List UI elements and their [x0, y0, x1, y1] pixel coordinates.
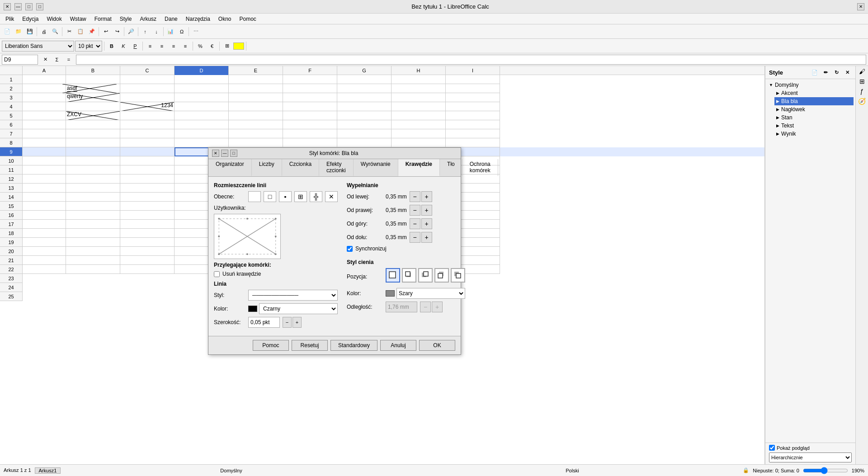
cut-btn[interactable]: ✂: [64, 26, 75, 37]
window-restore-btn[interactable]: □: [25, 3, 33, 10]
find-btn[interactable]: 🔎: [126, 26, 137, 37]
tab-tlo[interactable]: Tło: [440, 159, 462, 176]
sidebar-navigator-icon[interactable]: 🧭: [858, 98, 866, 105]
shadow-pos-tl-btn[interactable]: [451, 268, 465, 283]
kolor-select[interactable]: Czarny: [259, 303, 338, 314]
od-dolu-increase-btn[interactable]: +: [421, 232, 432, 243]
window-close-right-btn[interactable]: ✕: [857, 3, 864, 10]
align-right-btn[interactable]: ≡: [168, 41, 179, 52]
od-prawej-increase-btn[interactable]: +: [421, 205, 432, 216]
underline-btn[interactable]: P: [130, 41, 141, 52]
shadow-pos-tr-btn[interactable]: [434, 268, 449, 283]
menu-plik[interactable]: Plik: [2, 15, 18, 23]
border-thick-btn[interactable]: ▪: [279, 191, 292, 202]
border-thick-box-btn[interactable]: ╬: [310, 191, 322, 202]
special-char-btn[interactable]: Ω: [176, 26, 187, 37]
open-btn[interactable]: 📁: [13, 26, 24, 37]
ok-button[interactable]: OK: [419, 340, 455, 351]
shadow-odleglosc-decrease-btn[interactable]: −: [420, 302, 431, 312]
dialog-close-btn[interactable]: ✕: [212, 150, 219, 157]
menu-format[interactable]: Format: [91, 15, 115, 23]
tab-efekty[interactable]: Efekty czcionki: [319, 159, 354, 176]
shadow-pos-br-btn[interactable]: [402, 268, 416, 283]
print-btn[interactable]: 🖨: [38, 26, 49, 37]
shadow-pos-bl-btn[interactable]: [418, 268, 433, 283]
synchronizuj-checkbox[interactable]: [347, 246, 353, 252]
hierarchy-select[interactable]: Hierarchicznie: [769, 452, 852, 462]
redo-btn[interactable]: ↪: [112, 26, 123, 37]
zoom-slider[interactable]: [803, 467, 848, 474]
sidebar-properties-icon[interactable]: ⊞: [859, 78, 865, 85]
tab-wyrownanie[interactable]: Wyrównanie: [354, 159, 398, 176]
font-size-select[interactable]: 10 pkt: [75, 41, 102, 52]
paste-btn[interactable]: 📌: [86, 26, 97, 37]
anuluj-button[interactable]: Anuluj: [380, 340, 416, 351]
border-left-right-btn[interactable]: ⊞: [294, 191, 307, 202]
sidebar-item-wynik[interactable]: ▶ Wynik: [774, 130, 854, 138]
od-lewej-decrease-btn[interactable]: −: [410, 191, 420, 202]
tab-organizator[interactable]: Organizator: [208, 159, 252, 176]
shadow-kolor-select[interactable]: Szary: [396, 288, 465, 299]
borders-btn[interactable]: ⊞: [222, 41, 232, 52]
sidebar-item-akcent[interactable]: ▶ Akcent: [774, 89, 854, 97]
border-box-btn[interactable]: □: [264, 191, 276, 202]
menu-okno[interactable]: Okno: [215, 15, 235, 23]
formula-input[interactable]: [76, 55, 866, 65]
bg-color-btn[interactable]: [233, 42, 244, 50]
align-left-btn[interactable]: ≡: [145, 41, 156, 52]
sidebar-functions-icon[interactable]: ƒ: [860, 88, 864, 95]
window-min-btn[interactable]: —: [14, 3, 22, 10]
od-gory-increase-btn[interactable]: +: [421, 218, 432, 229]
pomoc-button[interactable]: Pomoc: [253, 340, 289, 351]
shadow-odleglosc-increase-btn[interactable]: +: [432, 302, 443, 312]
tab-ochrona[interactable]: Ochrona komórek: [462, 159, 498, 176]
chart-btn[interactable]: 📊: [165, 26, 176, 37]
formula-btn-eq[interactable]: =: [63, 54, 74, 65]
szerokosc-input[interactable]: [248, 317, 280, 328]
border-none-btn[interactable]: [248, 191, 261, 202]
sheet-tab[interactable]: Arkusz1: [35, 467, 61, 474]
copy-btn[interactable]: 📋: [75, 26, 86, 37]
formula-btn-x[interactable]: ✕: [40, 54, 51, 65]
szerokosc-decrease-btn[interactable]: −: [283, 317, 292, 328]
szerokosc-increase-btn[interactable]: +: [292, 317, 302, 328]
sidebar-item-stan[interactable]: ▶ Stan: [774, 113, 854, 122]
sidebar-new-icon[interactable]: 📄: [810, 68, 819, 77]
od-dolu-decrease-btn[interactable]: −: [410, 232, 420, 243]
shadow-odleglosc-input[interactable]: [386, 302, 417, 312]
align-justify-btn[interactable]: ≡: [180, 41, 191, 52]
formula-btn-sigma[interactable]: Σ: [52, 54, 62, 65]
menu-arkusz[interactable]: Arkusz: [136, 15, 160, 23]
dialog-max-btn[interactable]: □: [230, 150, 237, 157]
bold-btn[interactable]: B: [106, 41, 117, 52]
sidebar-styles-icon[interactable]: 🖌: [859, 68, 865, 75]
align-center-btn[interactable]: ≡: [156, 41, 167, 52]
dialog-min-btn[interactable]: —: [221, 150, 228, 157]
sidebar-close-icon[interactable]: ✕: [843, 68, 852, 77]
tab-liczby[interactable]: Liczby: [252, 159, 282, 176]
border-x-btn[interactable]: ✕: [325, 191, 338, 202]
resetuj-button[interactable]: Resetuj: [292, 340, 328, 351]
sidebar-item-blabla[interactable]: ▶ Bla bla: [774, 97, 854, 105]
window-max-btn[interactable]: □: [36, 3, 43, 10]
percent-btn[interactable]: %: [195, 41, 206, 52]
sort-asc-btn[interactable]: ↑: [140, 26, 151, 37]
new-btn[interactable]: 📄: [2, 26, 13, 37]
sidebar-item-naglowek[interactable]: ▶ Nagłówek: [774, 105, 854, 113]
currency-btn[interactable]: €: [207, 41, 217, 52]
menu-edycja[interactable]: Edycja: [19, 15, 42, 23]
od-gory-decrease-btn[interactable]: −: [410, 218, 420, 229]
more-btn[interactable]: ⋯: [190, 26, 201, 37]
sidebar-item-domyslny[interactable]: ▼ Domyślny: [767, 81, 854, 89]
window-close-btn[interactable]: ✕: [4, 3, 11, 10]
shadow-pos-none-btn[interactable]: [386, 268, 400, 283]
styl-select[interactable]: ────────────: [248, 290, 338, 301]
sidebar-edit-icon[interactable]: ✏: [821, 68, 830, 77]
menu-style[interactable]: Style: [116, 15, 136, 23]
menu-widok[interactable]: Widok: [43, 15, 65, 23]
od-lewej-increase-btn[interactable]: +: [421, 191, 432, 202]
preview-btn[interactable]: 🔍: [50, 26, 61, 37]
font-name-select[interactable]: Liberation Sans: [2, 41, 74, 52]
sort-desc-btn[interactable]: ↓: [151, 26, 162, 37]
save-btn[interactable]: 💾: [24, 26, 35, 37]
